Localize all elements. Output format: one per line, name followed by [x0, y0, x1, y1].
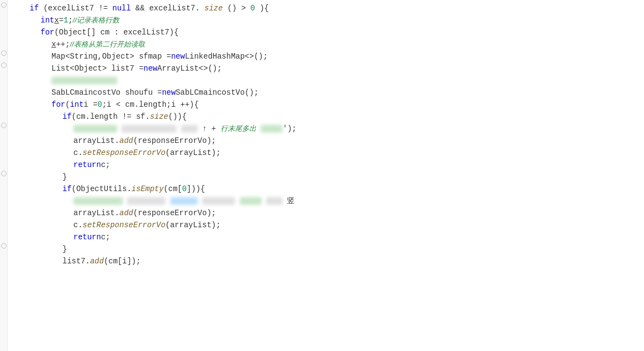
code-line-19: c. setResponseErrorVo (arrayList); [19, 219, 644, 231]
method-setResponse: setResponseErrorVo [83, 147, 165, 159]
method-size2: size [150, 111, 169, 123]
method-size: size [204, 4, 223, 13]
fold-dot-4[interactable] [1, 123, 7, 128]
blurred-line17-3 [170, 197, 198, 205]
fold-dot-3[interactable] [1, 62, 7, 68]
blurred-line17-6 [266, 197, 283, 205]
keyword-return2: return [73, 231, 101, 243]
code-line-3: for (Object[] cm : excelList7){ [19, 26, 644, 38]
code-line-2: int x = 1 ; //记录表格行数 [19, 14, 644, 26]
keyword-for2: for [51, 99, 65, 111]
blurred-line17-2 [127, 197, 165, 205]
var-x: x [54, 14, 59, 26]
blurred-part2 [122, 125, 176, 133]
code-line-22: list7. add (cm[i]); [19, 255, 644, 267]
fold-dot-6[interactable] [1, 243, 7, 249]
number-0-3: 0 [182, 183, 186, 195]
code-line-12: arrayList. add (responseErrorVo); [19, 135, 644, 147]
code-line-10: if (cm.length != sf. size ()){ [19, 111, 644, 123]
code-line-7 [19, 74, 644, 87]
keyword-new2: new [143, 62, 157, 74]
blurred-part1 [73, 125, 117, 133]
code-line-5: Map<String,Object> sfmap = new LinkedHas… [19, 50, 644, 62]
method-isEmpty: isEmpty [131, 183, 164, 195]
code-line-11: ↑ + 行末尾多出 '); [19, 123, 644, 135]
var-x2: x [51, 38, 56, 50]
code-line-6: List<Object> list7 = new ArrayList<>(); [19, 62, 644, 74]
blurred-part3 [181, 125, 198, 133]
method-setResponse2: setResponseErrorVo [83, 219, 165, 231]
code-line-14: return c; [19, 159, 644, 171]
code-line-16: if (ObjectUtils. isEmpty (cm[ 0 ])){ [19, 183, 644, 195]
code-area: if (excelList7 != null && excelList7. si… [8, 0, 644, 351]
blurred-line17-1 [73, 197, 123, 205]
left-gutter [0, 0, 8, 351]
chinese-text: 行末尾多出 [221, 123, 256, 135]
method-add3: add [90, 255, 104, 267]
keyword-if2: if [62, 111, 72, 123]
number-1: 1 [64, 14, 68, 26]
blurred-part4 [261, 125, 283, 133]
fold-dot-2[interactable] [1, 50, 7, 56]
keyword-new: new [171, 50, 185, 62]
editor-container: if (excelList7 != null && excelList7. si… [0, 0, 644, 351]
keyword-int2: int [70, 99, 84, 111]
blurred-comment [51, 77, 117, 84]
code-line-20: return c; [19, 231, 644, 243]
fold-dot-5[interactable] [1, 171, 7, 176]
code-line-15: } [19, 171, 644, 183]
code-line-21: } [19, 243, 644, 255]
code-line-9: for ( int i = 0 ;i < cm.length;i ++){ [19, 99, 644, 111]
comment-line4: //表格从第二行开始读取 [70, 38, 145, 50]
blurred-line17-5 [240, 197, 262, 205]
comment-line2: //记录表格行数 [73, 14, 119, 26]
keyword-if3: if [62, 183, 72, 195]
method-add: add [119, 135, 133, 147]
number-0-2: 0 [97, 99, 102, 111]
code-line-13: c. setResponseErrorVo (arrayList); [19, 147, 644, 159]
keyword-null: null [112, 4, 131, 13]
code-line-4: x ++; //表格从第二行开始读取 [19, 38, 644, 50]
line-content: if (excelList7 != null && excelList7. si… [19, 2, 269, 14]
keyword-for: for [41, 26, 54, 38]
keyword-new3: new [162, 87, 176, 99]
blurred-line17-4 [202, 197, 235, 205]
code-line-18: arrayList. add (responseErrorVo); [19, 207, 644, 219]
code-line-1: if (excelList7 != null && excelList7. si… [19, 2, 644, 14]
code-line-17: 竖 [19, 195, 644, 207]
method-add2: add [119, 207, 133, 219]
fold-dot-1[interactable] [1, 2, 7, 8]
number-0: 0 [250, 4, 255, 13]
keyword-int: int [41, 14, 54, 26]
keyword-if: if [30, 4, 39, 13]
code-line-8: SabLCmaincostVo shoufu = new SabLCmainco… [19, 87, 644, 99]
keyword-return: return [73, 159, 101, 171]
